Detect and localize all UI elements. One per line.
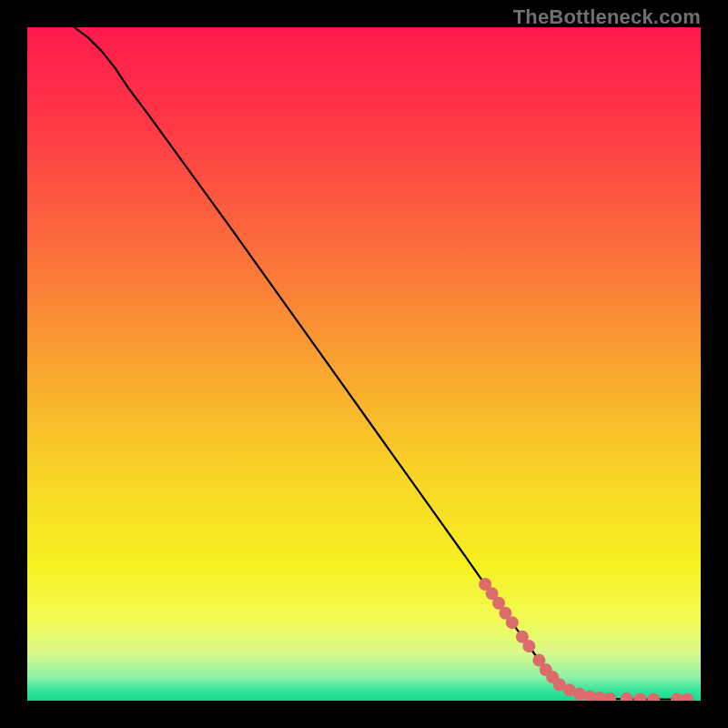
chart-background-gradient — [27, 27, 701, 701]
svg-rect-0 — [27, 27, 701, 701]
chart-stage: TheBottleneck.com — [0, 0, 728, 728]
watermark-text: TheBottleneck.com — [513, 5, 701, 29]
plot-area — [27, 27, 701, 701]
